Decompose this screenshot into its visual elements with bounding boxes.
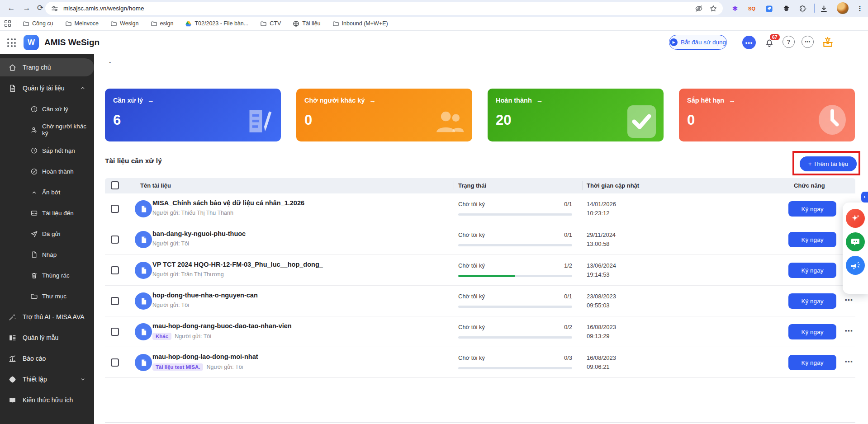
sidebar-item-quan-ly-mau[interactable]: Quản lý mẫu bbox=[0, 327, 94, 348]
sidebar-item-tai-lieu-den[interactable]: Tài liệu đến bbox=[0, 203, 94, 223]
url-text[interactable]: misajsc.amis.vn/wesign/home bbox=[63, 5, 695, 12]
card-hoan-thanh[interactable]: Hoàn thành→ 20 bbox=[488, 89, 664, 141]
sidebar-item-bao-cao[interactable]: Báo cáo bbox=[0, 348, 94, 369]
sidebar-item-thu-muc[interactable]: Thư mục bbox=[0, 286, 94, 306]
magic-wand-icon bbox=[8, 313, 17, 321]
more-options-icon[interactable]: ⋯ bbox=[802, 36, 814, 48]
start-using-button[interactable]: ▶ Bắt đầu sử dụng bbox=[669, 35, 727, 50]
sidebar-item-nhap[interactable]: Nháp bbox=[0, 244, 94, 265]
sidebar-item-an-bot[interactable]: Ẩn bớt bbox=[0, 182, 94, 203]
bookmark-star-icon[interactable] bbox=[709, 5, 717, 13]
progress-bar bbox=[458, 244, 572, 246]
apps-grid-icon[interactable] bbox=[5, 20, 11, 27]
extensions-puzzle-icon[interactable] bbox=[797, 3, 809, 14]
browser-back-icon[interactable]: ← bbox=[5, 2, 17, 14]
bookmark-cong-cu[interactable]: Công cụ bbox=[23, 20, 53, 27]
row-checkbox[interactable] bbox=[111, 358, 119, 367]
sidebar-item-can-xu-ly[interactable]: Cần xử lý bbox=[0, 99, 94, 119]
extension-pinwheel-icon[interactable]: ✱ bbox=[729, 3, 741, 14]
notification-bell-icon[interactable]: 67 bbox=[763, 36, 776, 49]
card-can-xu-ly[interactable]: Cần xử lý→ 6 bbox=[105, 89, 281, 141]
table-row: hop-dong-thue-nha-o-nguyen-can Người gửi… bbox=[105, 286, 855, 316]
sign-now-button[interactable]: Ký ngay bbox=[788, 232, 836, 247]
document-title[interactable]: mau-hop-dong-rang-buoc-dao-tao-nhan-vien bbox=[152, 322, 292, 330]
browser-reload-icon[interactable]: ⟳ bbox=[34, 2, 46, 14]
sign-now-button[interactable]: Ký ngay bbox=[788, 355, 836, 370]
help-icon[interactable]: ? bbox=[783, 36, 795, 48]
sidebar-item-label: Trợ thủ AI - MISA AVA bbox=[23, 313, 85, 320]
announcement-icon[interactable] bbox=[846, 256, 865, 275]
row-checkbox[interactable] bbox=[111, 266, 119, 274]
sidebar-item-trang-chu[interactable]: Trang chủ bbox=[0, 58, 94, 76]
chat-bubble-icon[interactable]: ••• bbox=[742, 36, 756, 49]
site-settings-icon[interactable] bbox=[51, 5, 59, 13]
sign-now-button[interactable]: Ký ngay bbox=[788, 201, 836, 217]
sidebar-item-thung-rac[interactable]: Thùng rác bbox=[0, 265, 94, 286]
add-document-button[interactable]: + Thêm tài liệu bbox=[800, 156, 857, 171]
whats-new-icon[interactable] bbox=[821, 36, 835, 49]
floating-widget-panel bbox=[843, 203, 868, 294]
sidebar-item-kien-thuc-huu-ich[interactable]: Kiến thức hữu ích bbox=[0, 390, 94, 410]
browser-forward-icon[interactable]: → bbox=[21, 2, 33, 14]
document-title[interactable]: hop-dong-thue-nha-o-nguyen-can bbox=[152, 292, 258, 299]
app-launcher-icon[interactable] bbox=[7, 38, 16, 47]
column-header-action[interactable]: Chức năng bbox=[794, 182, 825, 189]
bookmark-esign[interactable]: esign bbox=[151, 20, 174, 27]
card-value: 20 bbox=[496, 112, 511, 128]
table-row: VP TCT 2024 HQO-HR-12-FM-03_Phu_luc__hop… bbox=[105, 255, 855, 286]
panel-collapse-tab[interactable]: ‹ bbox=[861, 192, 868, 203]
sidebar-item-thiet-lap[interactable]: Thiết lập bbox=[0, 369, 94, 390]
chrome-menu-icon[interactable]: ⋮ bbox=[854, 3, 866, 14]
bookmark-t02-2023[interactable]: T02/2023 - File bàn... bbox=[185, 20, 248, 27]
document-title[interactable]: mau-hop-dong-lao-dong-moi-nhat bbox=[152, 353, 258, 360]
app-title: AMIS WeSign bbox=[44, 38, 100, 47]
document-title[interactable]: VP TCT 2024 HQO-HR-12-FM-03_Phu_luc__hop… bbox=[152, 261, 323, 268]
updated-time: 13/06/202419:14:53 bbox=[587, 261, 616, 279]
sidebar-item-sap-het-han[interactable]: Sắp hết hạn bbox=[0, 140, 94, 161]
extension-tag-icon[interactable] bbox=[763, 3, 775, 14]
row-menu-icon[interactable]: ⋯ bbox=[841, 357, 857, 367]
row-menu-icon[interactable]: ⋯ bbox=[841, 295, 857, 305]
sidebar-item-label: Quản lý tài liệu bbox=[23, 85, 65, 92]
extension-sq-icon[interactable]: SQ bbox=[746, 3, 758, 14]
sidebar-item-tro-thu-ai[interactable]: Trợ thủ AI - MISA AVA bbox=[0, 306, 94, 327]
sign-now-button[interactable]: Ký ngay bbox=[788, 263, 836, 278]
column-header-status[interactable]: Trạng thái bbox=[458, 182, 486, 189]
document-title[interactable]: MISA_Chính sách bảo vệ dữ liệu cá nhân_1… bbox=[152, 199, 304, 207]
extension-detective-icon[interactable] bbox=[780, 3, 792, 14]
select-all-checkbox[interactable] bbox=[111, 181, 119, 189]
bookmark-tai-lieu[interactable]: Tài liệu bbox=[293, 20, 320, 27]
ai-sparkle-icon[interactable] bbox=[846, 209, 865, 228]
document-title[interactable]: ban-dang-ky-nguoi-phu-thuoc bbox=[152, 230, 246, 237]
sidebar-item-cho-nguoi-khac-ky[interactable]: Chờ người khác ký bbox=[0, 119, 94, 140]
updated-time: 23/08/202309:55:03 bbox=[587, 292, 616, 310]
card-cho-nguoi-khac-ky[interactable]: Chờ người khác ký→ 0 bbox=[296, 89, 472, 141]
bookmark-wesign[interactable]: Wesign bbox=[110, 20, 138, 27]
bookmark-inbound[interactable]: Inbound (M+W+E) bbox=[332, 20, 388, 27]
bookmark-ctv[interactable]: CTV bbox=[260, 20, 281, 27]
sidebar-item-quan-ly-tai-lieu[interactable]: Quản lý tài liệu bbox=[0, 78, 94, 99]
chat-support-icon[interactable] bbox=[846, 232, 865, 251]
column-header-name[interactable]: Tên tài liệu bbox=[140, 182, 171, 189]
document-sender: Người gửi: Tôi bbox=[152, 240, 189, 247]
row-checkbox[interactable] bbox=[111, 236, 119, 244]
row-menu-icon[interactable]: ⋯ bbox=[841, 326, 857, 336]
downloads-icon[interactable] bbox=[818, 3, 830, 14]
document-type-icon bbox=[135, 323, 152, 340]
sign-now-button[interactable]: Ký ngay bbox=[788, 324, 836, 339]
card-sap-het-han[interactable]: Sắp hết hạn→ 0 bbox=[679, 89, 855, 141]
column-header-time[interactable]: Thời gian cập nhật bbox=[587, 182, 639, 189]
bookmark-meinvoce[interactable]: Meinvoce bbox=[65, 20, 99, 27]
browser-profile-avatar[interactable] bbox=[837, 2, 849, 14]
eye-off-icon[interactable] bbox=[695, 5, 703, 13]
progress-bar bbox=[458, 306, 572, 308]
sidebar-item-hoan-thanh[interactable]: Hoàn thành bbox=[0, 161, 94, 182]
row-checkbox[interactable] bbox=[111, 297, 119, 305]
row-checkbox[interactable] bbox=[111, 328, 119, 336]
sidebar-item-da-gui[interactable]: Đã gửi bbox=[0, 223, 94, 244]
row-checkbox[interactable] bbox=[111, 205, 119, 213]
globe-icon bbox=[293, 20, 299, 27]
inbox-icon bbox=[30, 209, 38, 217]
address-bar[interactable]: misajsc.amis.vn/wesign/home bbox=[45, 2, 723, 15]
sign-now-button[interactable]: Ký ngay bbox=[788, 293, 836, 309]
